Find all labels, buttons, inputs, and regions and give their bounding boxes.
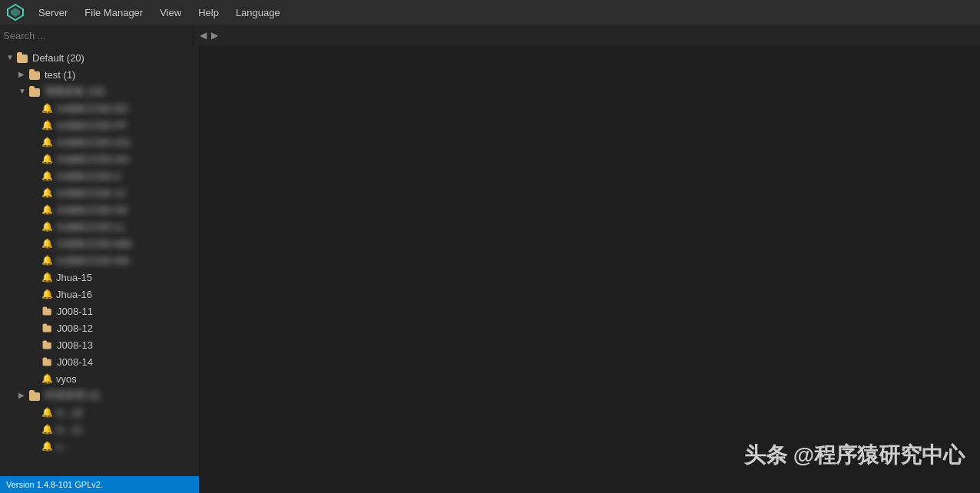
folder-huangjing[interactable]: 环境管理 (3) (0, 387, 199, 404)
vm-h11-label: H...11 (56, 424, 83, 435)
chevron-test (18, 70, 28, 79)
vm-h10-label: H...10 (56, 407, 83, 419)
panel-right-arrow[interactable]: ▶ (210, 28, 220, 42)
app-logo (5, 2, 26, 23)
vm-j008-12[interactable]: J008-12 (0, 319, 199, 336)
folder-icon-j008-11 (43, 306, 53, 315)
vm-item-6[interactable]: 🔔 AABBCCDD-JJ (0, 184, 199, 201)
menu-language[interactable]: Language (228, 4, 288, 22)
group-default[interactable]: Default (20) (0, 49, 199, 66)
folder-icon-j008-14 (43, 357, 53, 366)
folder-huangjing-label: 环境管理 (3) (45, 389, 100, 402)
vm-h11[interactable]: 🔔 H...11 (0, 421, 199, 438)
vm-v-small-label: v... (56, 441, 68, 452)
vm-jhua16-label: Jhua-16 (56, 289, 92, 300)
sidebar: Default (20) test (1) 智能设备 (18) 🔔 AABBCC… (0, 46, 200, 493)
folder-zhihu-label: 智能设备 (18) (45, 84, 105, 98)
vm-j008-13[interactable]: J008-13 (0, 336, 199, 353)
tree-area: Default (20) test (1) 智能设备 (18) 🔔 AABBCC… (0, 46, 199, 476)
vm-j008-11[interactable]: J008-11 (0, 303, 199, 319)
chevron-huangjing (18, 391, 28, 400)
vm-item-2[interactable]: 🔔 AABBCCDD-FF (0, 117, 199, 134)
vm-item-10[interactable]: 🔔 AABBCCDD-NN (0, 252, 199, 269)
vm-item-9[interactable]: 🔔 AABBCCDD-MM (0, 235, 199, 252)
folder-icon-huangjing (29, 390, 41, 401)
vm-item-1[interactable]: 🔔 AABBCCDD-EE (0, 100, 199, 117)
version-label: Version 1.4.8-101 GPLv2. (6, 480, 103, 489)
vm-item-8[interactable]: 🔔 AABBCCDD-LL (0, 218, 199, 235)
vm-item-7[interactable]: 🔔 AABBCCDD-KK (0, 201, 199, 218)
vm-jhua15-label: Jhua-15 (56, 272, 92, 283)
panel-left-arrow[interactable]: ◀ (198, 28, 208, 42)
main-layout: Default (20) test (1) 智能设备 (18) 🔔 AABBCC… (0, 46, 980, 493)
vm-vyos[interactable]: 🔔 vyos (0, 370, 199, 387)
folder-icon-test (29, 69, 41, 80)
vm-item-3[interactable]: 🔔 AABBCCDD-GG (0, 134, 199, 151)
folder-zhihu[interactable]: 智能设备 (18) (0, 83, 199, 100)
menu-help[interactable]: Help (190, 4, 227, 22)
chevron-default (6, 53, 15, 62)
search-input[interactable] (3, 30, 190, 41)
vm-j008-11-label: J008-11 (57, 306, 93, 317)
vm-item-4[interactable]: 🔔 AABBCCDD-HH (0, 151, 199, 167)
folder-icon-j008-12 (43, 323, 53, 332)
chevron-zhihu (18, 87, 28, 96)
version-bar: Version 1.4.8-101 GPLv2. (0, 476, 199, 493)
menu-bar: Server File Manager View Help Language (0, 0, 980, 25)
folder-test-label: test (1) (45, 69, 75, 81)
vm-item-5[interactable]: 🔔 AABBCCDD-II (0, 167, 199, 184)
watermark: 头条 @程序猿研究中心 (744, 441, 965, 470)
search-container (0, 25, 194, 46)
menu-view[interactable]: View (152, 4, 189, 22)
vm-j008-12-label: J008-12 (57, 323, 93, 334)
content-area: 头条 @程序猿研究中心 (200, 46, 980, 493)
folder-icon-default (17, 52, 29, 63)
vm-j008-14[interactable]: J008-14 (0, 353, 199, 370)
vm-vyos-label: vyos (56, 373, 77, 385)
folder-icon-zhihu (29, 86, 41, 97)
watermark-line1: 头条 @程序猿研究中心 (744, 441, 965, 470)
svg-marker-1 (11, 8, 20, 17)
group-default-label: Default (20) (32, 52, 84, 64)
header-row: ◀ ▶ (0, 25, 980, 46)
menu-server[interactable]: Server (31, 4, 75, 22)
menu-file-manager[interactable]: File Manager (77, 4, 151, 22)
vm-h10[interactable]: 🔔 H...10 (0, 404, 199, 421)
vm-j008-14-label: J008-14 (57, 356, 93, 368)
folder-test[interactable]: test (1) (0, 66, 199, 83)
vm-jhua16[interactable]: 🔔 Jhua-16 (0, 286, 199, 303)
vm-v-small[interactable]: 🔔 v... (0, 438, 199, 455)
panel-arrows: ◀ ▶ (194, 28, 224, 42)
folder-icon-j008-13 (43, 340, 53, 349)
vm-j008-13-label: J008-13 (57, 339, 93, 351)
vm-jhua15[interactable]: 🔔 Jhua-15 (0, 269, 199, 286)
